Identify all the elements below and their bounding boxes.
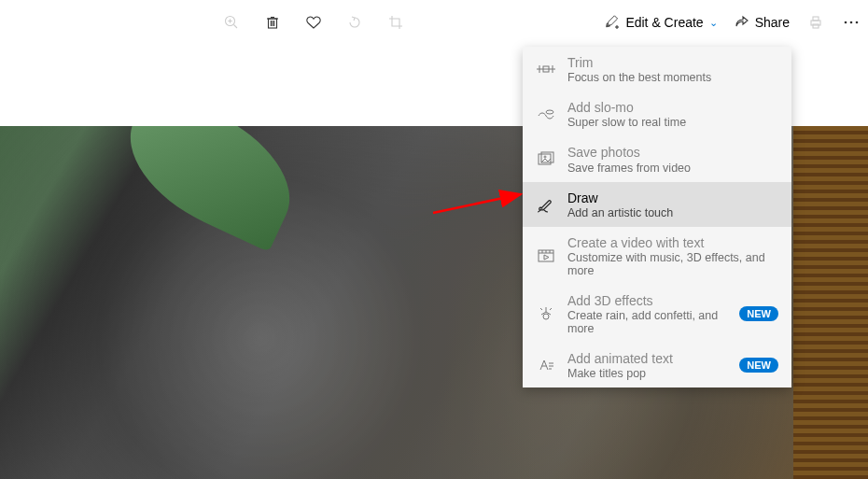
print-icon	[806, 13, 825, 32]
draw-icon	[536, 194, 556, 215]
menu-item-animatedtext[interactable]: Add animated text Make titles pop NEW	[523, 343, 791, 387]
animatedtext-icon	[536, 355, 556, 375]
edit-create-label: Edit & Create	[625, 15, 703, 30]
favorite-icon[interactable]	[304, 13, 323, 32]
new-badge: NEW	[739, 306, 778, 321]
toolbar-left	[222, 13, 405, 32]
menu-sub: Customize with music, 3D effects, and mo…	[567, 251, 778, 277]
slomo-icon	[536, 104, 556, 124]
menu-item-savephotos[interactable]: Save photos Save frames from video	[523, 136, 791, 181]
chevron-down-icon: ⌄	[709, 17, 718, 29]
createvideo-icon	[536, 246, 556, 266]
svg-point-16	[850, 21, 853, 24]
more-icon[interactable]	[842, 13, 861, 32]
svg-marker-31	[544, 255, 549, 260]
menu-sub: Create rain, add confetti, and more	[567, 309, 728, 335]
savephotos-icon	[536, 148, 556, 169]
menu-title: Save photos	[567, 144, 778, 161]
menu-sub: Save frames from video	[567, 162, 778, 175]
menu-title: Add slo-mo	[567, 99, 778, 116]
share-icon	[735, 15, 749, 30]
edit-create-button[interactable]: Edit & Create ⌄	[605, 15, 717, 30]
trim-icon	[536, 59, 556, 79]
svg-point-22	[546, 110, 553, 114]
menu-item-slomo[interactable]: Add slo-mo Super slow to real time	[523, 92, 791, 136]
menu-item-3deffects[interactable]: Add 3D effects Create rain, add confetti…	[523, 285, 791, 343]
svg-point-32	[543, 314, 549, 319]
menu-title: Trim	[567, 54, 778, 71]
rotate-icon	[345, 13, 364, 32]
svg-line-34	[550, 308, 552, 310]
menu-sub: Make titles pop	[567, 367, 728, 380]
share-label: Share	[755, 15, 790, 30]
edit-create-menu: Trim Focus on the best moments Add slo-m…	[523, 47, 791, 387]
svg-point-17	[856, 21, 859, 24]
edit-create-icon	[605, 15, 620, 30]
toolbar: Edit & Create ⌄ Share	[0, 0, 868, 45]
menu-sub: Super slow to real time	[567, 116, 778, 129]
image-content-bark	[793, 126, 868, 479]
svg-line-33	[540, 308, 542, 310]
menu-item-draw[interactable]: Draw Add an artistic touch	[523, 182, 791, 227]
menu-title: Add animated text	[567, 350, 728, 367]
menu-item-trim[interactable]: Trim Focus on the best moments	[523, 47, 791, 92]
menu-item-createvideo[interactable]: Create a video with text Customize with …	[523, 227, 791, 285]
svg-line-1	[234, 25, 238, 29]
svg-point-15	[845, 21, 847, 24]
share-button[interactable]: Share	[735, 15, 790, 30]
3deffects-icon	[536, 303, 556, 324]
menu-title: Draw	[567, 190, 778, 206]
zoom-icon	[222, 13, 241, 32]
toolbar-right: Edit & Create ⌄ Share	[605, 13, 861, 32]
svg-point-25	[544, 156, 546, 158]
menu-title: Create a video with text	[567, 234, 778, 251]
menu-title: Add 3D effects	[567, 292, 728, 309]
delete-icon[interactable]	[263, 13, 282, 32]
menu-sub: Add an artistic touch	[567, 206, 778, 219]
crop-icon	[386, 13, 405, 32]
menu-sub: Focus on the best moments	[567, 71, 778, 84]
svg-rect-13	[813, 17, 819, 21]
new-badge: NEW	[739, 358, 778, 373]
